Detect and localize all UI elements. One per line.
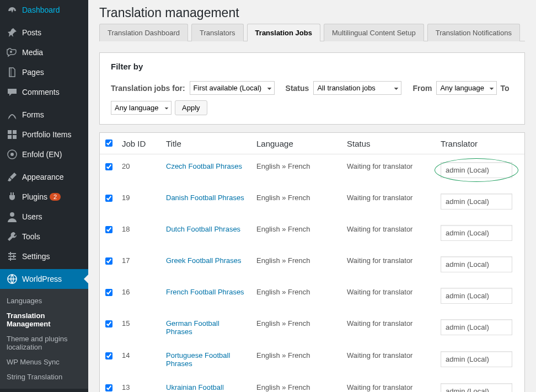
job-title-link[interactable]: Dutch Football Phrases: [166, 225, 240, 233]
cell-translator: admin (Local): [436, 312, 524, 343]
translator-select[interactable]: admin (Local): [441, 383, 512, 392]
svg-rect-2: [13, 130, 17, 134]
table-row: 20Czech Football PhrasesEnglish » French…: [100, 154, 524, 186]
page-icon: [7, 67, 18, 78]
translator-select[interactable]: admin (Local): [441, 256, 512, 272]
status-select[interactable]: All translation jobs: [313, 81, 401, 95]
sidebar-item-enfold-en-[interactable]: Enfold (EN): [0, 144, 88, 164]
sidebar-item-label: Dashboard: [22, 6, 60, 14]
sidebar-item-media[interactable]: Media: [0, 42, 88, 62]
row-checkbox[interactable]: [105, 289, 112, 296]
table-row: 19Danish Football PhrasesEnglish » Frenc…: [100, 186, 524, 217]
cell-translator: admin (Local): [436, 280, 524, 312]
row-checkbox[interactable]: [105, 226, 112, 233]
cell-title: German Football Phrases: [162, 312, 252, 343]
jobs-for-select[interactable]: First available (Local): [190, 81, 275, 95]
apply-button[interactable]: Apply: [175, 100, 207, 115]
sidebar-sub-languages[interactable]: Languages: [0, 293, 88, 308]
job-title-link[interactable]: French Football Phrases: [166, 288, 244, 296]
cell-translator: admin (Local): [436, 375, 524, 392]
cell-title: Portuguese Football Phrases: [162, 343, 252, 375]
job-title-link[interactable]: Czech Football Phrases: [166, 162, 242, 170]
sidebar-item-label: Pages: [22, 68, 44, 77]
translator-select[interactable]: admin (Local): [441, 225, 512, 241]
job-title-link[interactable]: German Football Phrases: [166, 319, 219, 336]
translator-select[interactable]: admin (Local): [441, 319, 512, 335]
translator-select[interactable]: admin (Local): [441, 162, 512, 178]
table-row: 13Ukrainian Football PhrasesEnglish » Fr…: [100, 375, 524, 392]
svg-rect-11: [10, 252, 11, 255]
col-status: Status: [342, 133, 436, 154]
translator-select[interactable]: admin (Local): [441, 351, 512, 367]
tool-icon: [7, 231, 18, 242]
sidebar-sub-translation-management[interactable]: Translation Management: [0, 308, 88, 331]
translator-select[interactable]: admin (Local): [441, 288, 512, 304]
to-select[interactable]: Any language: [111, 101, 171, 115]
job-title-link[interactable]: Greek Football Phrases: [166, 256, 242, 265]
main-content: Translation management Translation Dashb…: [88, 0, 536, 392]
cell-status: Waiting for translator: [342, 249, 436, 280]
brush-icon: [7, 171, 18, 182]
job-title-link[interactable]: Danish Football Phrases: [166, 194, 244, 202]
sidebar-item-appearance[interactable]: Appearance: [0, 167, 88, 187]
forms-icon: [7, 109, 18, 120]
sidebar-sub-theme-and-plugins-localization[interactable]: Theme and plugins localization: [0, 331, 88, 355]
update-badge: 2: [50, 193, 61, 201]
cell-jobid: 20: [117, 154, 162, 186]
sidebar-item-settings[interactable]: Settings: [0, 246, 88, 266]
sidebar-sub-wp-menus-sync[interactable]: WP Menus Sync: [0, 355, 88, 369]
cell-title: Danish Football Phrases: [162, 186, 252, 217]
sidebar-item-pages[interactable]: Pages: [0, 62, 88, 82]
job-title-link[interactable]: Portuguese Football Phrases: [166, 351, 230, 368]
translator-select[interactable]: admin (Local): [441, 194, 512, 210]
sidebar-item-label: Plugins: [22, 192, 47, 201]
cell-title: Greek Football Phrases: [162, 249, 252, 280]
from-select[interactable]: Any language: [436, 81, 497, 95]
cell-jobid: 18: [117, 217, 162, 249]
row-checkbox[interactable]: [105, 320, 112, 327]
sidebar-item-comments[interactable]: Comments: [0, 82, 88, 102]
sidebar-item-plugins[interactable]: Plugins2: [0, 187, 88, 207]
select-all-checkbox[interactable]: [105, 139, 112, 147]
sidebar-item-worldpress[interactable]: WorldPress: [0, 269, 88, 289]
sidebar-item-dashboard[interactable]: Dashboard: [0, 0, 88, 20]
jobs-for-label: Translation jobs for:: [111, 84, 185, 93]
sidebar-item-tools[interactable]: Tools: [0, 227, 88, 246]
admin-sidebar: DashboardPostsMediaPagesCommentsFormsPor…: [0, 0, 88, 392]
sidebar-item-portfolio-items[interactable]: Portfolio Items: [0, 125, 88, 144]
tab-translation-dashboard[interactable]: Translation Dashboard: [99, 24, 188, 41]
cell-jobid: 17: [117, 249, 162, 280]
svg-rect-3: [8, 135, 12, 139]
sidebar-item-label: WorldPress: [22, 275, 62, 283]
sidebar-sub-string-translation[interactable]: String Translation: [0, 369, 88, 384]
sidebar-item-posts[interactable]: Posts: [0, 23, 88, 42]
table-row: 18Dutch Football PhrasesEnglish » French…: [100, 217, 524, 249]
cell-language: English » French: [252, 343, 342, 375]
cell-title: French Football Phrases: [162, 280, 252, 312]
row-checkbox[interactable]: [105, 384, 112, 391]
col-jobid: Job ID: [117, 133, 162, 154]
sidebar-item-label: Appearance: [22, 173, 64, 181]
table-row: 17Greek Football PhrasesEnglish » French…: [100, 249, 524, 280]
row-checkbox[interactable]: [105, 195, 112, 202]
comment-icon: [7, 87, 18, 98]
plugin-icon: [7, 191, 18, 202]
cell-translator: admin (Local): [436, 186, 524, 217]
row-checkbox[interactable]: [105, 163, 112, 170]
sidebar-item-forms[interactable]: Forms: [0, 105, 88, 125]
settings-icon: [7, 251, 18, 262]
svg-point-7: [10, 212, 14, 217]
row-checkbox[interactable]: [105, 257, 112, 265]
cell-language: English » French: [252, 186, 342, 217]
sidebar-item-users[interactable]: Users: [0, 207, 88, 227]
tab-translators[interactable]: Translators: [191, 24, 244, 41]
tab-translation-jobs[interactable]: Translation Jobs: [247, 24, 320, 41]
sidebar-item-label: Tools: [22, 232, 40, 241]
job-title-link[interactable]: Ukrainian Football Phrases: [166, 383, 224, 392]
tab-multilingual-content-setup[interactable]: Multilingual Content Setup: [324, 24, 424, 41]
row-checkbox[interactable]: [105, 352, 112, 359]
tab-translation-notifications[interactable]: Translation Notifications: [427, 24, 520, 41]
sidebar-item-label: Users: [22, 212, 42, 221]
cell-status: Waiting for translator: [342, 186, 436, 217]
cell-jobid: 14: [117, 343, 162, 375]
